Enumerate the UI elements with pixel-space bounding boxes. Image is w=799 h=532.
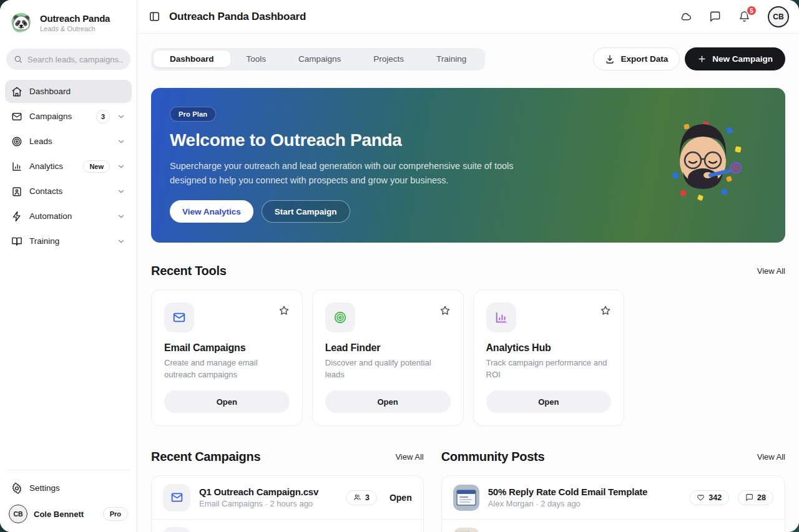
plan-badge: Pro Plan [170, 107, 216, 122]
sidebar-nav: Dashboard Campaigns 3 Leads Analytics Ne… [5, 80, 132, 253]
tool-description: Discover and qualify potential leads [325, 357, 451, 380]
campaign-meta: Email Campaigns · 2 hours ago [199, 499, 337, 508]
heart-icon [697, 493, 705, 501]
panda-logo-icon: 🐼 [9, 10, 34, 35]
gear-icon [11, 483, 22, 494]
panel-left-icon [149, 11, 160, 22]
tool-name: Email Campaigns [164, 342, 290, 354]
brand-tagline: Leads & Outreach [40, 25, 110, 32]
open-tool-button[interactable]: Open [325, 390, 451, 413]
toolbar: Dashboard Tools Campaigns Projects Train… [151, 47, 785, 70]
sidebar-item-label: Contacts [29, 186, 110, 196]
favorite-star-button[interactable] [439, 302, 451, 316]
open-tool-button[interactable]: Open [486, 390, 612, 413]
view-all-campaigns-link[interactable]: View All [395, 452, 423, 462]
favorite-star-button[interactable] [600, 302, 611, 316]
sidebar-item-campaigns[interactable]: Campaigns 3 [5, 105, 132, 128]
sidebar-item-training[interactable]: Training [5, 230, 132, 253]
welcome-banner: Pro Plan Welcome to Outreach Panda Super… [151, 88, 785, 243]
analytics-new-badge: New [83, 160, 110, 173]
settings-label: Settings [29, 483, 60, 493]
view-analytics-button[interactable]: View Analytics [170, 200, 253, 223]
tab-training[interactable]: Training [420, 51, 483, 67]
tool-description: Track campaign performance and ROI [486, 357, 612, 380]
header: Outreach Panda Dashboard 5 CB [137, 0, 799, 34]
comments-badge[interactable]: 28 [738, 490, 773, 505]
start-campaign-button[interactable]: Start Campaign [262, 200, 350, 223]
row-icon-tile [163, 484, 190, 511]
new-campaign-button[interactable]: New Campaign [685, 47, 785, 70]
tool-icon-tile [325, 302, 355, 332]
sidebar-item-settings[interactable]: Settings [5, 476, 132, 500]
star-icon [600, 305, 611, 316]
sidebar-item-contacts[interactable]: Contacts [5, 180, 132, 203]
favorite-star-button[interactable] [278, 302, 290, 316]
open-campaign-link[interactable]: Open [390, 493, 412, 503]
section-title: Recent Campaigns [151, 450, 260, 464]
avatar: CB [9, 505, 27, 523]
chevron-down-icon[interactable] [117, 212, 125, 221]
contact-card-icon [11, 186, 22, 197]
campaigns-count-badge: 3 [96, 110, 110, 123]
brand-name: Outreach Panda [40, 13, 110, 24]
tab-projects[interactable]: Projects [357, 51, 420, 67]
mail-icon [11, 111, 22, 122]
main-area: Outreach Panda Dashboard 5 CB Dashbo [137, 0, 799, 532]
messages-button[interactable] [709, 11, 721, 22]
tab-campaigns[interactable]: Campaigns [282, 51, 357, 67]
target-icon [333, 311, 347, 324]
export-data-button[interactable]: Export Data [593, 47, 680, 70]
post-title: 50% Reply Rate Cold Email Template [488, 486, 681, 497]
bar-chart-icon [494, 311, 508, 324]
chevron-down-icon[interactable] [117, 112, 125, 121]
campaign-row[interactable]: Q1 Outreach Campaign.csv Email Campaigns… [152, 476, 423, 519]
download-icon [605, 54, 615, 64]
message-square-icon [745, 493, 753, 501]
tool-card-lead-finder: Lead Finder Discover and qualify potenti… [312, 289, 464, 426]
message-square-icon [709, 11, 721, 22]
sidebar-divider [6, 470, 130, 470]
user-profile[interactable]: CB Cole Bennett Pro [5, 500, 132, 523]
users-icon [353, 493, 361, 501]
campaigns-list: Q1 Outreach Campaign.csv Email Campaigns… [151, 475, 424, 532]
sidebar-item-leads[interactable]: Leads [5, 130, 132, 153]
posts-list: 50% Reply Rate Cold Email Template Alex … [441, 475, 785, 532]
chevron-down-icon[interactable] [117, 137, 125, 146]
chevron-down-icon[interactable] [117, 187, 125, 196]
tab-dashboard[interactable]: Dashboard [154, 51, 230, 67]
brand: 🐼 Outreach Panda Leads & Outreach [5, 6, 132, 44]
open-tool-button[interactable]: Open [164, 390, 290, 413]
likes-badge[interactable]: 342 [689, 490, 729, 505]
hero-description: Supercharge your outreach and lead gener… [170, 159, 519, 188]
sidebar-item-automation[interactable]: Automation [5, 205, 132, 228]
post-thumbnail [453, 485, 479, 511]
sidebar-toggle-button[interactable] [149, 11, 160, 22]
chevron-down-icon[interactable] [117, 162, 125, 171]
view-all-posts-link[interactable]: View All [757, 452, 785, 462]
notifications-button[interactable]: 5 [738, 11, 750, 22]
sidebar-item-dashboard[interactable]: Dashboard [5, 80, 132, 103]
cloud-sync-button[interactable] [680, 11, 692, 22]
tab-tools[interactable]: Tools [230, 51, 283, 67]
tool-card-email-campaigns: Email Campaigns Create and manage email … [151, 289, 303, 426]
sidebar-item-analytics[interactable]: Analytics New [5, 155, 132, 178]
campaign-row[interactable]: Tech Startup Leads.xlsx Lead Finder · Ye… [152, 519, 423, 532]
search-icon [14, 54, 22, 64]
post-row[interactable]: 50% Reply Rate Cold Email Template Alex … [442, 476, 785, 519]
cloud-icon [680, 11, 692, 22]
post-row[interactable]: LinkedIn Outreach That Booked 20 Meeting… [442, 519, 785, 532]
search-input[interactable] [27, 55, 123, 64]
plan-badge: Pro [103, 507, 128, 521]
avatar[interactable]: CB [768, 6, 789, 27]
tool-description: Create and manage email outreach campaig… [164, 357, 290, 380]
tab-bar: Dashboard Tools Campaigns Projects Train… [151, 48, 485, 70]
recent-campaigns-section: Recent Campaigns View All Q1 Outreach Ca… [151, 450, 424, 532]
chevron-down-icon[interactable] [117, 237, 125, 246]
sidebar-search[interactable] [6, 49, 130, 70]
user-name: Cole Bennett [34, 510, 97, 519]
post-meta: Alex Morgan · 2 days ago [488, 499, 681, 508]
view-all-tools-link[interactable]: View All [757, 266, 785, 276]
tool-name: Lead Finder [325, 342, 451, 354]
sidebar-item-label: Automation [29, 211, 110, 221]
tools-grid: Email Campaigns Create and manage email … [151, 289, 785, 426]
